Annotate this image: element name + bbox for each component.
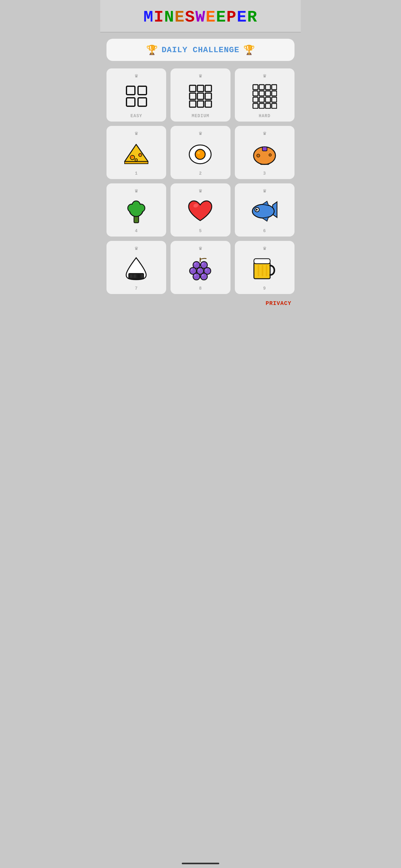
label-hard: HARD <box>259 114 271 118</box>
card-level7[interactable]: ♛ 7 <box>106 241 166 294</box>
crown-level6: ♛ <box>263 187 266 194</box>
title-letter-p: P <box>226 8 237 27</box>
svg-rect-11 <box>197 101 204 107</box>
label-easy: EASY <box>131 114 142 118</box>
svg-point-77 <box>205 269 207 271</box>
label-level5: 5 <box>199 228 202 234</box>
svg-point-74 <box>202 263 204 265</box>
svg-rect-25 <box>253 103 258 108</box>
svg-rect-24 <box>272 97 277 102</box>
card-level5[interactable]: ♛ 5 <box>170 183 230 237</box>
svg-rect-16 <box>272 85 277 90</box>
label-level9: 9 <box>263 286 266 291</box>
card-level2[interactable]: ♛ 2 <box>170 126 230 179</box>
card-level4[interactable]: ♛ 4 <box>106 183 166 237</box>
label-level3: 3 <box>263 171 266 176</box>
icon-onigiri <box>123 255 149 283</box>
icon-fish <box>252 197 278 225</box>
svg-rect-83 <box>262 265 263 276</box>
svg-rect-13 <box>253 85 258 90</box>
crown-level3: ♛ <box>263 130 266 136</box>
crown-hard: ♛ <box>263 72 266 79</box>
svg-point-37 <box>195 149 205 159</box>
svg-rect-61 <box>130 274 132 278</box>
svg-rect-28 <box>272 103 277 108</box>
card-easy[interactable]: ♛ EASY <box>106 68 166 122</box>
label-level1: 1 <box>135 171 138 176</box>
card-level8[interactable]: ♛ <box>170 241 230 294</box>
title-letter-w: W <box>195 8 205 27</box>
app-title: MINESWEEPER <box>106 9 295 26</box>
svg-point-72 <box>201 273 207 280</box>
svg-rect-21 <box>253 97 258 102</box>
icon-medium <box>188 82 213 110</box>
privacy-section: PRIVACY <box>106 300 295 307</box>
svg-rect-3 <box>138 98 146 106</box>
trophy-right-icon: 🏆 <box>243 44 255 55</box>
svg-rect-62 <box>134 274 136 278</box>
svg-rect-8 <box>197 93 204 99</box>
card-level6[interactable]: ♛ 6 <box>235 183 295 237</box>
svg-point-38 <box>197 152 200 154</box>
icon-easy <box>124 82 149 110</box>
crown-level7: ♛ <box>135 245 138 251</box>
crown-level1: ♛ <box>135 130 138 136</box>
daily-challenge-button[interactable]: 🏆 DAILY CHALLENGE 🏆 <box>106 39 295 61</box>
svg-rect-14 <box>259 85 264 90</box>
label-level7: 7 <box>135 286 138 291</box>
svg-rect-5 <box>197 85 204 92</box>
svg-rect-26 <box>259 103 264 108</box>
label-medium: MEDIUM <box>192 114 209 118</box>
card-level9[interactable]: ♛ 9 <box>235 241 295 294</box>
svg-point-76 <box>198 269 200 271</box>
label-level4: 4 <box>135 228 138 234</box>
svg-point-35 <box>139 154 141 156</box>
label-level2: 2 <box>199 171 202 176</box>
svg-rect-6 <box>205 85 211 92</box>
title-letter-n: N <box>164 8 175 27</box>
icon-beer <box>252 255 278 283</box>
svg-rect-10 <box>190 101 196 107</box>
svg-rect-18 <box>259 91 264 96</box>
svg-rect-4 <box>190 85 196 92</box>
svg-rect-7 <box>190 93 196 99</box>
icon-cheese <box>123 140 149 168</box>
title-letter-s: S <box>185 8 195 27</box>
main-content: 🏆 DAILY CHALLENGE 🏆 ♛ EASY ♛ <box>100 32 301 319</box>
svg-rect-2 <box>127 98 135 106</box>
app-header: MINESWEEPER <box>100 0 301 32</box>
svg-rect-84 <box>266 265 267 276</box>
svg-rect-1 <box>138 86 146 95</box>
card-level3[interactable]: ♛ 3 <box>235 126 295 179</box>
icon-heart <box>187 197 213 225</box>
title-letter-e4: E <box>237 8 247 27</box>
svg-point-33 <box>135 159 137 161</box>
icon-broccoli <box>123 197 149 225</box>
svg-rect-41 <box>262 147 267 151</box>
card-medium[interactable]: ♛ MEDIUM <box>170 68 230 122</box>
card-level1[interactable]: ♛ 1 <box>106 126 166 179</box>
svg-rect-63 <box>137 274 140 278</box>
svg-point-78 <box>194 274 196 276</box>
crown-level9: ♛ <box>263 245 266 251</box>
svg-point-57 <box>256 209 258 211</box>
icon-mushroom <box>252 140 278 168</box>
svg-point-43 <box>269 154 271 156</box>
trophy-left-icon: 🏆 <box>146 44 158 55</box>
svg-point-42 <box>257 154 260 157</box>
svg-marker-30 <box>125 161 148 164</box>
svg-rect-17 <box>253 91 258 96</box>
svg-point-73 <box>194 263 196 265</box>
svg-rect-22 <box>259 97 264 102</box>
svg-rect-15 <box>265 85 270 90</box>
svg-rect-27 <box>265 103 270 108</box>
svg-rect-64 <box>141 274 143 278</box>
daily-challenge-label: DAILY CHALLENGE <box>162 45 239 55</box>
privacy-button[interactable]: PRIVACY <box>265 300 291 307</box>
svg-rect-20 <box>272 91 277 96</box>
title-letter-e1: E <box>175 8 185 27</box>
svg-rect-82 <box>258 265 259 276</box>
game-mode-grid: ♛ EASY ♛ <box>106 68 295 294</box>
card-hard[interactable]: ♛ <box>235 68 295 122</box>
title-letter-e2: E <box>206 8 216 27</box>
